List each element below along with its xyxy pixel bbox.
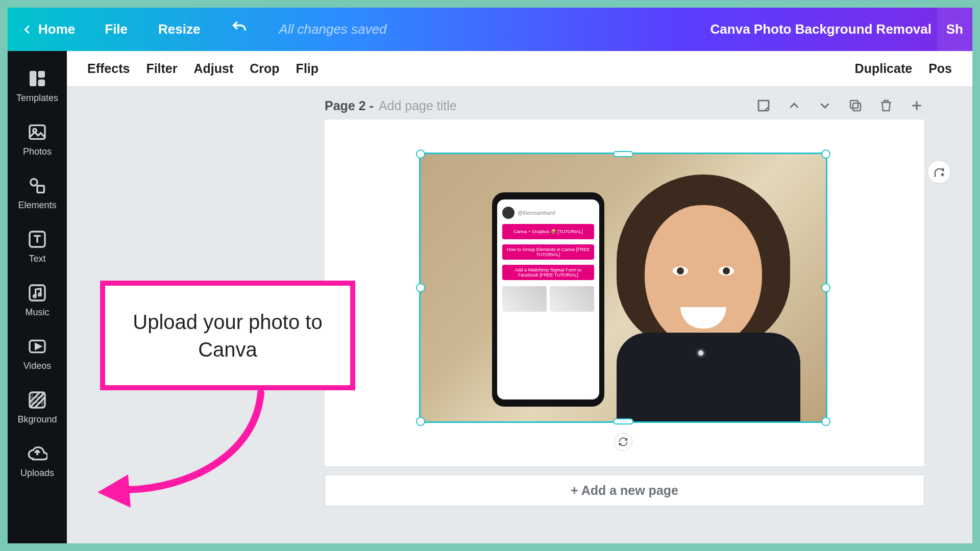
rail-videos[interactable]: Videos xyxy=(8,327,67,381)
add-element-fab[interactable] xyxy=(927,160,951,184)
resize-handle-bl[interactable] xyxy=(416,417,425,426)
elements-icon xyxy=(27,176,47,196)
rail-photos[interactable]: Photos xyxy=(8,113,67,166)
page-number: Page 2 - xyxy=(325,98,374,113)
resize-handle-tc[interactable] xyxy=(613,151,633,157)
home-button[interactable]: Home xyxy=(8,21,89,37)
rail-photos-label: Photos xyxy=(23,146,52,157)
annotation-callout: Upload your photo to Canva xyxy=(100,281,355,390)
svg-marker-12 xyxy=(36,344,41,349)
page-down-icon[interactable] xyxy=(817,98,832,113)
add-page-icon[interactable] xyxy=(909,98,924,113)
phone-link-1: Canva + Dropbox 📦 [TUTORIAL] xyxy=(502,224,594,239)
svg-rect-15 xyxy=(853,103,861,111)
photo-content: @theresamhand Canva + Dropbox 📦 [TUTORIA… xyxy=(421,154,826,421)
photos-icon xyxy=(27,122,47,142)
resize-handle-tl[interactable] xyxy=(416,149,425,159)
page-wrap: Page 2 - Add page title @theresamhand xyxy=(325,98,924,466)
svg-rect-6 xyxy=(37,186,44,192)
design-page[interactable]: @theresamhand Canva + Dropbox 📦 [TUTORIA… xyxy=(325,119,924,466)
position-button[interactable]: Pos xyxy=(928,61,952,76)
delete-page-icon[interactable] xyxy=(878,98,894,113)
add-new-page-button[interactable]: + Add a new page xyxy=(325,474,924,506)
resize-handle-tr[interactable] xyxy=(821,149,830,159)
resize-handle-ml[interactable] xyxy=(416,283,425,292)
effects-button[interactable]: Effects xyxy=(87,61,130,76)
svg-rect-2 xyxy=(38,80,45,86)
resize-handle-mr[interactable] xyxy=(821,283,830,292)
rail-music-label: Music xyxy=(25,307,49,318)
refresh-plus-icon xyxy=(933,165,946,179)
filter-button[interactable]: Filter xyxy=(146,61,177,76)
svg-rect-8 xyxy=(30,285,45,300)
svg-marker-17 xyxy=(97,474,131,508)
crop-button[interactable]: Crop xyxy=(250,61,279,76)
undo-icon xyxy=(231,19,248,36)
svg-point-5 xyxy=(31,179,37,186)
selected-image[interactable]: @theresamhand Canva + Dropbox 📦 [TUTORIA… xyxy=(419,153,827,423)
phone-link-3: Add a Mailchimp Signup Form to Facebook … xyxy=(502,265,594,280)
share-button[interactable]: Sh xyxy=(937,8,972,51)
music-icon xyxy=(27,283,47,303)
app-frame: Home File Resize All changes saved Canva… xyxy=(8,8,972,543)
phone-link-2: How to Group Elements in Canva [FREE TUT… xyxy=(502,244,594,260)
rail-bkground[interactable]: Bkground xyxy=(8,381,67,434)
rail-bkground-label: Bkground xyxy=(17,414,57,425)
annotation-arrow xyxy=(82,383,297,515)
copy-page-icon[interactable] xyxy=(848,98,863,113)
rotate-handle[interactable] xyxy=(614,433,632,451)
rail-uploads-label: Uploads xyxy=(20,468,54,479)
top-menu-bar: Home File Resize All changes saved Canva… xyxy=(8,8,972,51)
resize-menu[interactable]: Resize xyxy=(143,21,215,37)
videos-icon xyxy=(27,336,47,357)
resize-handle-br[interactable] xyxy=(821,417,830,426)
file-menu[interactable]: File xyxy=(89,21,143,37)
bkground-icon xyxy=(27,390,47,410)
flip-button[interactable]: Flip xyxy=(296,61,318,76)
duplicate-button[interactable]: Duplicate xyxy=(855,61,913,76)
page-up-icon[interactable] xyxy=(787,98,802,113)
svg-rect-3 xyxy=(30,126,45,139)
undo-button[interactable] xyxy=(215,19,263,40)
rail-videos-label: Videos xyxy=(23,361,52,371)
rail-elements-label: Elements xyxy=(18,200,56,211)
document-title[interactable]: Canva Photo Background Removal xyxy=(710,21,932,37)
save-status: All changes saved xyxy=(263,21,386,37)
phone-mockup: @theresamhand Canva + Dropbox 📦 [TUTORIA… xyxy=(492,192,604,407)
notes-icon[interactable] xyxy=(756,98,771,113)
templates-icon xyxy=(27,68,47,89)
adjust-button[interactable]: Adjust xyxy=(194,61,234,76)
rail-elements[interactable]: Elements xyxy=(8,166,67,220)
rail-music[interactable]: Music xyxy=(8,273,67,327)
svg-rect-1 xyxy=(38,71,45,78)
resize-handle-bc[interactable] xyxy=(613,418,633,424)
chevron-left-icon xyxy=(22,24,33,35)
svg-point-9 xyxy=(34,295,36,297)
page-header: Page 2 - Add page title xyxy=(325,98,924,113)
rail-uploads[interactable]: Uploads xyxy=(8,434,67,488)
rail-text[interactable]: Text xyxy=(8,220,67,273)
rail-text-label: Text xyxy=(29,254,45,264)
side-rail: Templates Photos Elements Text Music Vid… xyxy=(8,51,67,543)
svg-rect-0 xyxy=(30,71,36,86)
rotate-icon xyxy=(618,437,628,447)
person-silhouette xyxy=(596,164,811,419)
text-icon xyxy=(27,229,47,249)
image-toolbar: Effects Filter Adjust Crop Flip Duplicat… xyxy=(67,51,972,87)
canvas-area: Page 2 - Add page title @theresamhand xyxy=(67,87,972,543)
phone-username: @theresamhand xyxy=(518,210,555,216)
uploads-icon xyxy=(27,443,47,464)
home-label: Home xyxy=(38,21,75,37)
rail-templates-label: Templates xyxy=(16,93,58,104)
page-title-input[interactable]: Add page title xyxy=(379,98,457,113)
rail-templates[interactable]: Templates xyxy=(8,59,67,113)
svg-rect-16 xyxy=(850,101,858,108)
